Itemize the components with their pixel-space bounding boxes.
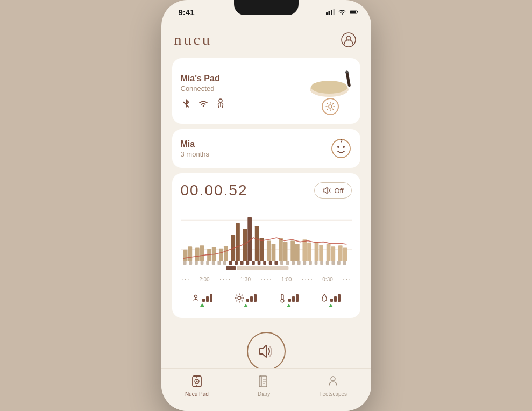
svg-rect-53	[189, 261, 192, 265]
baby-age: 3 months	[181, 150, 209, 158]
app-content: nucu Mia's Pad Connected	[161, 24, 371, 411]
svg-rect-41	[283, 242, 287, 261]
nav-nucu-pad[interactable]: Nucu Pad	[185, 374, 209, 397]
timeline-dots-right: · · ·	[343, 277, 351, 282]
svg-rect-57	[211, 261, 215, 265]
profile-button[interactable]	[339, 30, 358, 49]
svg-rect-6	[350, 11, 356, 13]
svg-rect-52	[183, 261, 186, 265]
svg-rect-40	[279, 238, 283, 261]
svg-rect-76	[320, 261, 323, 265]
svg-rect-66	[263, 261, 266, 265]
humidity-bars	[330, 294, 341, 302]
svg-rect-64	[252, 261, 255, 265]
sensor-humidity	[321, 293, 341, 307]
header: nucu	[172, 30, 360, 49]
movement-bars	[202, 294, 212, 302]
svg-rect-49	[331, 246, 335, 261]
timeline-dots-3: · · · ·	[261, 277, 271, 282]
svg-rect-75	[314, 261, 317, 265]
svg-rect-73	[303, 261, 306, 265]
svg-rect-81	[226, 266, 235, 270]
sound-off-icon	[322, 186, 331, 195]
status-time: 9:41	[179, 8, 195, 17]
svg-rect-37	[259, 238, 264, 261]
dot-row	[183, 261, 346, 265]
diary-nav-icon	[257, 374, 271, 388]
svg-rect-50	[338, 245, 342, 261]
svg-rect-77	[325, 261, 329, 265]
timeline-dots-left: · · ·	[182, 277, 189, 282]
timeline-1-30: 1:30	[240, 277, 251, 282]
timeline: · · · 2:00 · · · · 1:30 · · · · 1:00 · ·…	[181, 274, 352, 285]
nav-feetscapes-label: Feetscapes	[319, 391, 347, 397]
temperature-icon	[279, 293, 286, 303]
timeline-1: 1:00	[281, 277, 292, 282]
timer-display: 00.00.52	[181, 182, 248, 199]
svg-rect-3	[333, 9, 335, 15]
sensor-light	[235, 293, 257, 307]
nav-diary[interactable]: Diary	[257, 374, 272, 397]
sound-toggle-button[interactable]: Off	[314, 182, 351, 199]
svg-rect-42	[290, 240, 295, 261]
svg-rect-36	[254, 226, 259, 261]
nucu-pad-nav-icon	[190, 374, 204, 388]
status-icons	[326, 8, 358, 16]
svg-rect-46	[314, 242, 318, 261]
sensor-row	[181, 289, 352, 309]
baby-name: Mia	[181, 139, 209, 149]
pad-title: Mia's Pad	[181, 74, 226, 83]
svg-rect-55	[200, 261, 203, 265]
svg-line-92	[242, 295, 242, 295]
svg-rect-2	[331, 10, 332, 15]
svg-rect-61	[235, 261, 238, 265]
svg-rect-44	[302, 239, 307, 261]
nav-feetscapes[interactable]: Feetscapes	[319, 374, 347, 397]
svg-rect-25	[188, 246, 192, 261]
svg-point-9	[219, 99, 222, 102]
light-icon	[235, 293, 244, 303]
svg-rect-33	[236, 223, 240, 261]
temp-bars	[288, 294, 299, 302]
svg-rect-48	[326, 244, 330, 261]
svg-rect-0	[326, 12, 328, 15]
baby-icon-button[interactable]	[330, 138, 352, 159]
wifi-status-icon	[338, 8, 346, 16]
pad-svg	[309, 67, 357, 99]
svg-rect-68	[274, 261, 278, 265]
svg-point-18	[343, 146, 345, 148]
feetscapes-nav-icon	[326, 374, 340, 388]
pad-status: Connected	[181, 84, 226, 93]
svg-point-85	[238, 296, 241, 300]
monitor-header: 00.00.52 Off	[181, 182, 352, 199]
phone-frame: 9:41 nucu	[161, 0, 371, 411]
bluetooth-icon	[181, 98, 191, 109]
monitor-card: 00.00.52 Off	[172, 173, 360, 318]
settings-button[interactable]	[322, 98, 339, 115]
timeline-dots-2: · · · ·	[219, 277, 230, 282]
svg-point-99	[196, 381, 197, 382]
chart-svg	[181, 206, 352, 270]
humidity-icon	[321, 293, 328, 303]
svg-rect-56	[206, 261, 209, 265]
big-sound-button[interactable]	[247, 332, 286, 371]
svg-rect-62	[240, 261, 243, 265]
nav-diary-label: Diary	[258, 391, 270, 397]
svg-point-15	[329, 105, 332, 108]
big-sound-icon	[258, 343, 275, 360]
svg-rect-43	[295, 244, 299, 261]
svg-rect-34	[243, 229, 247, 261]
svg-rect-65	[257, 261, 260, 265]
svg-rect-27	[200, 245, 204, 261]
light-bars	[246, 294, 257, 302]
svg-rect-31	[223, 246, 228, 261]
svg-rect-60	[229, 261, 232, 265]
sensor-temperature	[279, 293, 299, 307]
svg-rect-47	[319, 245, 323, 261]
baby-face-icon	[331, 138, 351, 159]
svg-rect-24	[183, 250, 187, 261]
svg-rect-79	[337, 261, 341, 265]
svg-rect-63	[246, 261, 249, 265]
nav-nucu-pad-label: Nucu Pad	[185, 391, 209, 397]
timeline-2: 2:00	[199, 277, 209, 282]
